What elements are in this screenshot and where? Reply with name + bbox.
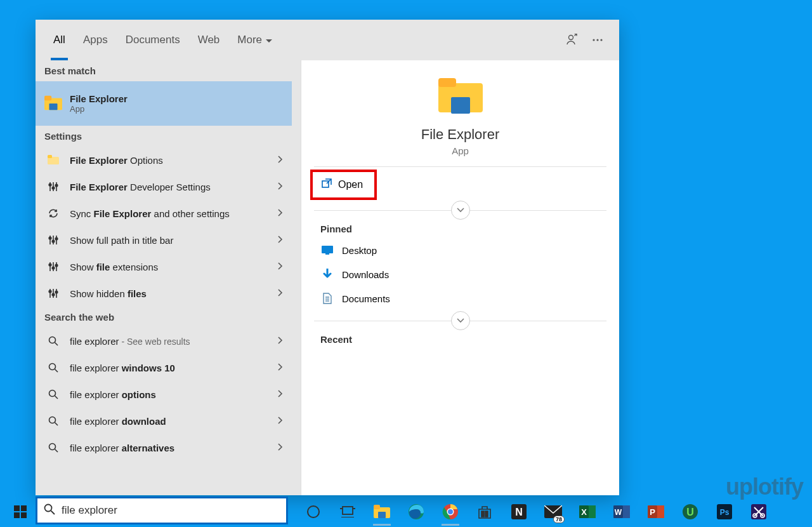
svg-rect-34 xyxy=(14,505,20,511)
settings-item[interactable]: Show full path in title bar xyxy=(36,227,292,253)
tab-apps[interactable]: Apps xyxy=(74,20,117,60)
web-result-label: file explorer - See web results xyxy=(70,336,278,347)
web-result-item[interactable]: file explorer alternatives xyxy=(36,434,292,461)
mail-icon[interactable]: 78 xyxy=(539,498,567,526)
svg-text:N: N xyxy=(515,507,523,517)
preview-title: File Explorer xyxy=(421,126,499,143)
svg-rect-48 xyxy=(485,511,488,514)
expand-actions-button[interactable] xyxy=(451,201,470,220)
web-result-item[interactable]: file explorer windows 10 xyxy=(36,354,292,381)
svg-rect-5 xyxy=(44,96,51,100)
web-result-label: file explorer alternatives xyxy=(70,443,278,453)
notion-icon[interactable]: N xyxy=(505,498,533,526)
svg-point-38 xyxy=(308,506,319,517)
svg-rect-31 xyxy=(322,246,333,253)
more-options-icon[interactable] xyxy=(585,27,610,53)
start-search-panel: All Apps Documents Web More Best match xyxy=(36,20,619,495)
excel-icon[interactable]: X xyxy=(573,498,601,526)
svg-rect-41 xyxy=(374,505,380,509)
tab-web[interactable]: Web xyxy=(189,20,229,60)
svg-point-16 xyxy=(52,267,55,269)
preview-type: App xyxy=(452,145,469,156)
powerpoint-icon[interactable]: P xyxy=(642,498,670,526)
svg-point-46 xyxy=(448,509,453,514)
tab-all[interactable]: All xyxy=(44,20,74,60)
start-button[interactable] xyxy=(6,498,34,526)
svg-point-24 xyxy=(49,417,56,424)
settings-item[interactable]: File Explorer Options xyxy=(36,147,292,173)
folder-icon xyxy=(44,95,62,112)
tab-more[interactable]: More xyxy=(228,20,281,60)
settings-item-label: Show hidden files xyxy=(70,288,278,299)
search-tabs: All Apps Documents Web More xyxy=(36,20,619,60)
pinned-item[interactable]: Desktop xyxy=(301,238,619,262)
svg-point-14 xyxy=(55,237,58,240)
document-icon xyxy=(320,293,334,304)
svg-rect-42 xyxy=(378,512,386,518)
chevron-right-icon xyxy=(278,335,283,347)
sliders-icon xyxy=(44,258,62,276)
open-icon xyxy=(322,178,332,191)
svg-rect-35 xyxy=(21,505,27,511)
store-icon[interactable] xyxy=(471,498,499,526)
watermark-text: uplotify xyxy=(726,474,803,500)
chrome-icon[interactable] xyxy=(436,498,464,526)
chevron-right-icon xyxy=(278,415,283,427)
tab-documents[interactable]: Documents xyxy=(117,20,189,60)
file-explorer-taskbar-icon[interactable] xyxy=(368,498,396,526)
chevron-down-icon xyxy=(266,34,272,46)
snipping-tool-icon[interactable] xyxy=(745,498,773,526)
best-match-item[interactable]: File Explorer App xyxy=(36,81,292,126)
chevron-right-icon xyxy=(278,288,283,299)
web-result-item[interactable]: file explorer options xyxy=(36,381,292,408)
svg-point-0 xyxy=(569,36,573,40)
svg-point-9 xyxy=(49,183,51,186)
settings-item-label: File Explorer Options xyxy=(70,155,278,166)
svg-point-23 xyxy=(49,390,56,397)
settings-item[interactable]: File Explorer Developer Settings xyxy=(36,173,292,200)
svg-point-11 xyxy=(55,184,58,187)
web-result-item[interactable]: file explorer download xyxy=(36,408,292,434)
task-view-icon[interactable] xyxy=(334,498,362,526)
svg-rect-32 xyxy=(325,253,329,255)
section-best-match: Best match xyxy=(36,60,292,81)
svg-text:U: U xyxy=(686,507,694,517)
svg-point-25 xyxy=(49,444,56,450)
expand-pinned-button[interactable] xyxy=(451,311,470,330)
svg-text:P: P xyxy=(650,507,655,517)
chevron-right-icon xyxy=(278,208,283,219)
pinned-item-label: Documents xyxy=(342,293,390,304)
svg-point-10 xyxy=(52,187,55,189)
feedback-icon[interactable] xyxy=(560,27,585,53)
pinned-item[interactable]: Documents xyxy=(301,286,619,310)
svg-point-1 xyxy=(593,39,594,41)
section-settings: Settings xyxy=(36,126,292,147)
svg-rect-39 xyxy=(343,507,353,514)
utorrent-icon[interactable]: U xyxy=(676,498,704,526)
word-icon[interactable]: W xyxy=(608,498,636,526)
settings-item[interactable]: Show file extensions xyxy=(36,253,292,280)
settings-item[interactable]: Show hidden files xyxy=(36,280,292,307)
settings-item[interactable]: Sync File Explorer and other settings xyxy=(36,200,292,227)
web-result-label: file explorer options xyxy=(70,389,278,400)
open-label[interactable]: Open xyxy=(338,179,363,190)
web-result-item[interactable]: file explorer - See web results xyxy=(36,328,292,354)
pinned-item-label: Downloads xyxy=(342,269,389,280)
recent-heading: Recent xyxy=(301,328,619,349)
svg-point-18 xyxy=(49,290,51,293)
preview-pane: File Explorer App Open xyxy=(301,60,619,495)
svg-point-21 xyxy=(49,337,56,344)
photoshop-icon[interactable]: Ps xyxy=(710,498,738,526)
chevron-right-icon xyxy=(278,154,283,166)
folder-large-icon xyxy=(438,78,483,117)
chevron-right-icon xyxy=(278,181,283,192)
pinned-item-label: Desktop xyxy=(342,245,377,256)
pinned-item[interactable]: Downloads xyxy=(301,262,619,286)
mail-badge: 78 xyxy=(553,516,565,523)
chevron-right-icon xyxy=(278,234,283,246)
search-icon xyxy=(44,332,62,350)
svg-point-22 xyxy=(49,364,56,370)
svg-text:W: W xyxy=(615,508,622,517)
cortana-icon[interactable] xyxy=(299,498,327,526)
edge-icon[interactable] xyxy=(402,498,430,526)
